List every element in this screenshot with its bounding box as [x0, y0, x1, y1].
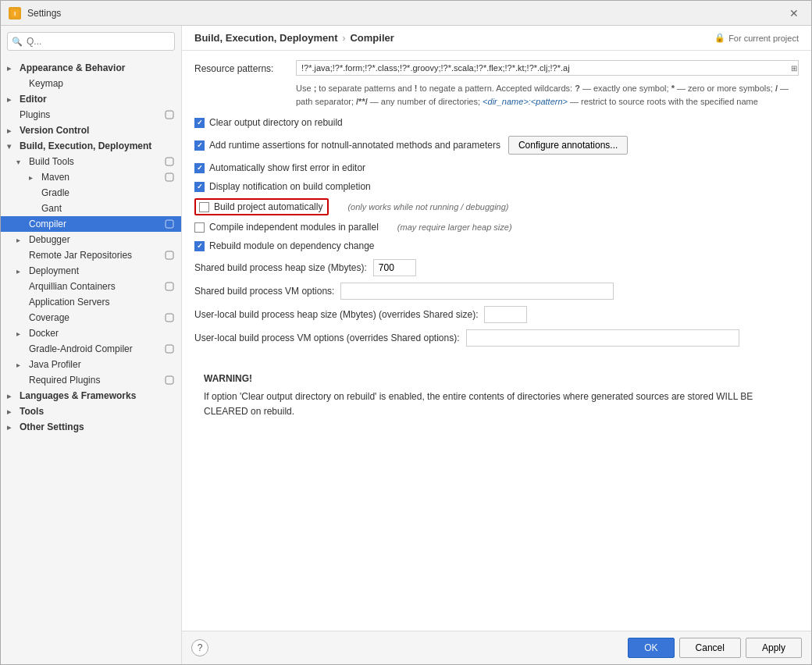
- add-runtime-checkbox[interactable]: [194, 140, 205, 151]
- sidebar-item-languages-frameworks[interactable]: ▸ Languages & Frameworks: [1, 388, 181, 404]
- badge-icon: [164, 312, 175, 323]
- main-content: Build, Execution, Deployment › Compiler …: [182, 26, 811, 664]
- sidebar-item-label: Build Tools: [29, 156, 74, 167]
- cancel-button[interactable]: Cancel: [679, 638, 741, 658]
- clear-output-label: Clear output directory on rebuild: [209, 117, 343, 128]
- add-runtime-row: Add runtime assertions for notnull-annot…: [194, 134, 799, 156]
- close-button[interactable]: ✕: [785, 4, 803, 23]
- chevron-icon: ▸: [7, 423, 16, 432]
- sidebar-item-label: Plugins: [20, 109, 50, 120]
- sidebar-item-application-servers[interactable]: Application Servers: [1, 294, 181, 310]
- chevron-icon: ▸: [16, 236, 26, 244]
- sidebar-item-gant[interactable]: Gant: [1, 201, 181, 216]
- svg-rect-7: [166, 283, 173, 290]
- badge-icon: [164, 156, 175, 167]
- chevron-icon: ▸: [7, 407, 16, 416]
- app-icon: I: [9, 7, 21, 20]
- ok-button[interactable]: OK: [628, 638, 674, 658]
- expand-icon[interactable]: ⊞: [791, 64, 797, 73]
- search-input[interactable]: [7, 32, 175, 51]
- sidebar-item-label: Debugger: [29, 234, 70, 245]
- build-project-auto-label: Build project automatically: [214, 201, 322, 212]
- sidebar-item-label: Remote Jar Repositories: [29, 250, 132, 261]
- sidebar-item-compiler[interactable]: Compiler: [1, 216, 181, 232]
- svg-text:I: I: [14, 10, 16, 17]
- clear-output-checkbox[interactable]: [194, 118, 205, 128]
- svg-rect-10: [166, 376, 173, 384]
- sidebar-item-deployment[interactable]: ▸ Deployment: [1, 263, 181, 279]
- heap-size-input[interactable]: [373, 259, 416, 276]
- build-project-auto-checkbox[interactable]: [199, 202, 209, 212]
- sidebar-item-docker[interactable]: ▸ Docker: [1, 325, 181, 341]
- build-project-auto-highlight: Build project automatically: [194, 198, 329, 215]
- chevron-icon: ▸: [7, 392, 16, 400]
- resource-patterns-input[interactable]: [296, 60, 799, 76]
- sidebar-item-plugins[interactable]: Plugins: [1, 107, 181, 123]
- sidebar-item-label: Gant: [41, 203, 62, 214]
- breadcrumb-current: Compiler: [350, 32, 394, 44]
- badge-icon: [164, 219, 175, 229]
- sidebar-item-tools[interactable]: ▸ Tools: [1, 404, 181, 419]
- help-button[interactable]: ?: [191, 639, 208, 656]
- user-heap-size-input[interactable]: [484, 306, 527, 323]
- sidebar-item-other-settings[interactable]: ▸ Other Settings: [1, 419, 181, 435]
- user-vm-options-input[interactable]: [466, 329, 739, 347]
- heap-size-row: Shared build process heap size (Mbytes):: [194, 259, 799, 276]
- vm-options-label: Shared build process VM options:: [194, 286, 334, 297]
- sidebar-item-label: Build, Execution, Deployment: [20, 140, 151, 151]
- rebuild-module-row: Rebuild module on dependency change: [194, 239, 799, 253]
- settings-window: I Settings ✕ 🔍 ▸ Appearance & Behavior K…: [0, 0, 812, 665]
- sidebar-item-appearance-behavior[interactable]: ▸ Appearance & Behavior: [1, 60, 181, 76]
- chevron-icon: ▸: [16, 361, 26, 369]
- compile-parallel-label: Compile independent modules in parallel: [209, 222, 379, 233]
- apply-button[interactable]: Apply: [746, 638, 802, 658]
- sidebar-item-label: Version Control: [20, 125, 89, 136]
- sidebar-item-label: Maven: [41, 172, 69, 183]
- compile-parallel-row: Compile independent modules in parallel …: [194, 220, 799, 234]
- display-notification-checkbox[interactable]: [194, 182, 205, 192]
- rebuild-module-label: Rebuild module on dependency change: [209, 240, 375, 251]
- sidebar-item-coverage[interactable]: Coverage: [1, 310, 181, 325]
- sidebar-item-maven[interactable]: ▸ Maven: [1, 169, 181, 185]
- sidebar-item-label: Java Profiler: [29, 359, 81, 370]
- sidebar-item-gradle-android-compiler[interactable]: Gradle-Android Compiler: [1, 341, 181, 357]
- sidebar-item-editor[interactable]: ▸ Editor: [1, 91, 181, 107]
- sidebar-item-debugger[interactable]: ▸ Debugger: [1, 232, 181, 247]
- sidebar-item-arquillian-containers[interactable]: Arquillian Containers: [1, 279, 181, 294]
- chevron-icon: ▸: [7, 95, 16, 104]
- sidebar-item-keymap[interactable]: Keymap: [1, 76, 181, 91]
- breadcrumb-separator: ›: [342, 33, 345, 44]
- sidebar-item-label: Appearance & Behavior: [20, 62, 125, 73]
- vm-options-input[interactable]: [340, 283, 614, 300]
- sidebar-item-label: Compiler: [29, 219, 66, 229]
- sidebar-item-remote-jar-repositories[interactable]: Remote Jar Repositories: [1, 247, 181, 263]
- svg-rect-6: [166, 251, 173, 259]
- resource-patterns-row: Resource patterns: ⊞: [194, 60, 799, 76]
- window-title: Settings: [27, 8, 785, 19]
- compile-parallel-checkbox[interactable]: [194, 222, 205, 233]
- auto-show-error-checkbox[interactable]: [194, 163, 205, 173]
- sidebar-item-required-plugins[interactable]: Required Plugins: [1, 372, 181, 388]
- chevron-icon: ▸: [7, 126, 16, 135]
- resource-patterns-hint: Use ; to separate patterns and ! to nega…: [296, 82, 799, 108]
- sidebar-item-build-tools[interactable]: ▾ Build Tools: [1, 154, 181, 169]
- title-bar: I Settings ✕: [1, 1, 811, 26]
- svg-rect-9: [166, 345, 173, 353]
- svg-rect-2: [166, 111, 173, 119]
- rebuild-module-checkbox[interactable]: [194, 241, 205, 251]
- chevron-icon: ▾: [16, 158, 26, 166]
- breadcrumb: Build, Execution, Deployment › Compiler …: [182, 26, 811, 51]
- sidebar-item-gradle[interactable]: Gradle: [1, 185, 181, 201]
- sidebar-item-build-execution-deployment[interactable]: ▾ Build, Execution, Deployment: [1, 138, 181, 154]
- nav-tree: ▸ Appearance & Behavior Keymap ▸ Editor …: [1, 57, 181, 664]
- search-box: 🔍: [7, 32, 175, 51]
- configure-annotations-button[interactable]: Configure annotations...: [508, 136, 628, 155]
- sidebar-item-label: Editor: [20, 94, 47, 105]
- build-project-auto-container: Build project automatically (only works …: [194, 198, 799, 215]
- display-notification-label: Display notification on build completion: [209, 181, 371, 192]
- sidebar-item-version-control[interactable]: ▸ Version Control: [1, 123, 181, 138]
- sidebar-item-label: Coverage: [29, 312, 69, 323]
- badge-icon: [164, 281, 175, 292]
- sidebar-item-java-profiler[interactable]: ▸ Java Profiler: [1, 357, 181, 372]
- heap-size-label: Shared build process heap size (Mbytes):: [194, 262, 367, 273]
